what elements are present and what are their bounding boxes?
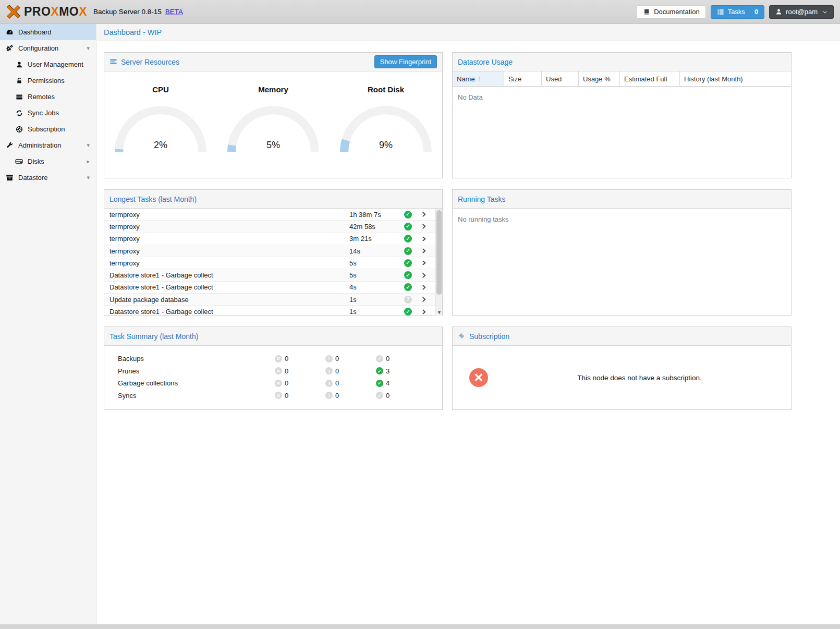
- error-count: 0: [285, 367, 288, 375]
- user-icon: [15, 61, 23, 68]
- summary-row: Prunes ✕0 !0 ✓3: [104, 365, 442, 378]
- tasks-badge: 0: [754, 8, 758, 16]
- task-row[interactable]: Datastore store1 - Garbage collect 5s ✓: [104, 269, 435, 281]
- sidebar-item-user-management[interactable]: User Management: [0, 56, 96, 72]
- warning-count: 0: [335, 379, 339, 387]
- column-header-name[interactable]: Name↑: [453, 71, 504, 87]
- sidebar-item-label: Dashboard: [18, 28, 52, 36]
- server-resources-icon: [109, 58, 117, 66]
- sidebar-item-label: Sync Jobs: [28, 109, 59, 117]
- task-row[interactable]: Datastore store1 - Garbage collect 1s ✓: [104, 306, 435, 316]
- gauge-arc: 5%: [224, 102, 323, 153]
- tasks-button[interactable]: Tasks 0: [711, 5, 764, 19]
- task-row[interactable]: Datastore store1 - Garbage collect 4s ✓: [104, 282, 435, 294]
- task-status-icon: ✓: [404, 308, 421, 316]
- datastore-usage-header: Datastore Usage: [453, 53, 791, 71]
- error-count: 0: [285, 379, 288, 387]
- sidebar-item-sync-jobs[interactable]: Sync Jobs: [0, 105, 96, 121]
- task-row[interactable]: Update package database 1s ?: [104, 294, 435, 306]
- chevron-right-icon[interactable]: [421, 248, 435, 254]
- user-menu-button[interactable]: root@pam: [769, 5, 834, 19]
- expander-icon: ▸: [87, 158, 90, 165]
- sidebar-item-label: Datastore: [18, 174, 47, 182]
- dashboard-content: Server Resources Show Fingerprint CPU 2%…: [97, 41, 840, 410]
- product-version: Backup Server 0.8-15: [93, 8, 162, 16]
- running-tasks-title: Running Tasks: [458, 195, 506, 203]
- task-duration: 42m 58s: [349, 223, 404, 231]
- column-header-used[interactable]: Used: [542, 71, 579, 87]
- sidebar-item-disks[interactable]: Disks ▸: [0, 153, 96, 170]
- ok-count: 0: [386, 355, 389, 362]
- chevron-right-icon[interactable]: [421, 211, 435, 217]
- chevron-right-icon[interactable]: [421, 284, 435, 291]
- column-header-estimated-full[interactable]: Estimated Full: [620, 71, 680, 87]
- user-label: root@pam: [786, 8, 818, 16]
- column-header-history-last-month-[interactable]: History (last Month): [680, 71, 791, 87]
- task-duration: 5s: [349, 271, 404, 279]
- task-status-icon: ✓: [404, 247, 421, 255]
- task-name: termproxy: [109, 247, 349, 255]
- task-row[interactable]: termproxy 42m 58s ✓: [104, 221, 435, 233]
- ok-count: 4: [386, 379, 389, 387]
- datastore-usage-title: Datastore Usage: [458, 58, 513, 66]
- datastore-usage-table-header: Name↑SizeUsedUsage %Estimated FullHistor…: [453, 71, 791, 87]
- chevron-right-icon[interactable]: [421, 260, 435, 266]
- task-status-icon: ?: [404, 296, 421, 304]
- server-resources-title: Server Resources: [121, 58, 179, 66]
- task-row[interactable]: termproxy 5s ✓: [104, 257, 435, 269]
- proxmox-x-icon: [6, 5, 20, 19]
- expander-icon: ▾: [87, 174, 90, 181]
- sidebar-item-subscription[interactable]: Subscription: [0, 121, 96, 137]
- hdd-icon: [15, 158, 23, 165]
- sidebar-item-remotes[interactable]: Remotes: [0, 89, 96, 105]
- chevron-right-icon[interactable]: [421, 236, 435, 242]
- sidebar-item-label: Subscription: [28, 125, 65, 133]
- column-header-usage-%[interactable]: Usage %: [579, 71, 620, 87]
- subscription-panel: Subscription ✕ This node does not have a…: [452, 326, 792, 410]
- sidebar-item-permissions[interactable]: Permissions: [0, 72, 96, 89]
- check-circle-icon: ✓: [404, 283, 412, 291]
- chevron-right-icon[interactable]: [421, 309, 435, 315]
- chevron-right-icon[interactable]: [421, 223, 435, 229]
- show-fingerprint-button[interactable]: Show Fingerprint: [374, 55, 437, 68]
- ok-circle-icon: ✓: [376, 380, 383, 387]
- warning-count: 0: [335, 367, 339, 375]
- longest-tasks-panel: Longest Tasks (last Month) termproxy 1h …: [104, 189, 443, 316]
- expander-icon: ▾: [87, 142, 90, 149]
- column-header-size[interactable]: Size: [504, 71, 542, 87]
- page-header: Dashboard - WIP: [97, 24, 840, 41]
- gauge-value: 5%: [224, 140, 323, 151]
- beta-link[interactable]: BETA: [165, 8, 183, 16]
- sidebar-item-datastore[interactable]: Datastore ▾: [0, 170, 96, 186]
- gauge-label: CPU: [104, 85, 217, 94]
- sidebar-item-configuration[interactable]: Configuration ▾: [0, 40, 96, 56]
- user-icon: [775, 8, 782, 15]
- summary-label: Backups: [104, 355, 275, 362]
- scrollbar-thumb[interactable]: [436, 210, 442, 295]
- sidebar-item-dashboard[interactable]: Dashboard: [0, 24, 96, 40]
- task-row[interactable]: termproxy 3m 21s ✓: [104, 233, 435, 245]
- task-row[interactable]: termproxy 14s ✓: [104, 245, 435, 257]
- scrollbar-down-arrow[interactable]: ▼: [436, 310, 442, 315]
- check-circle-icon: ✓: [404, 235, 412, 243]
- server-resources-panel: Server Resources Show Fingerprint CPU 2%…: [104, 52, 443, 178]
- longest-tasks-list: termproxy 1h 38m 7s ✓ termproxy 42m 58s …: [104, 209, 435, 316]
- documentation-button[interactable]: Documentation: [637, 5, 705, 19]
- sidebar-item-administration[interactable]: Administration ▾: [0, 137, 96, 153]
- task-status-icon: ✓: [404, 259, 421, 267]
- chevron-down-icon: [822, 9, 827, 15]
- tasks-label: Tasks: [728, 8, 745, 16]
- summary-row: Garbage collections ✕0 !0 ✓4: [104, 377, 442, 390]
- task-summary-panel: Task Summary (last Month) Backups ✕0 !0 …: [104, 326, 443, 410]
- chevron-right-icon[interactable]: [421, 296, 435, 303]
- gauge-label: Memory: [217, 85, 330, 94]
- running-tasks-header: Running Tasks: [453, 190, 791, 209]
- gears-icon: [5, 44, 14, 52]
- topbar-actions: Documentation Tasks 0 root@pam: [637, 5, 834, 19]
- scrollbar[interactable]: ▼: [435, 209, 442, 316]
- task-name: Datastore store1 - Garbage collect: [109, 271, 349, 279]
- sidebar-item-label: Configuration: [18, 44, 58, 52]
- chevron-right-icon[interactable]: [421, 272, 435, 279]
- task-row[interactable]: termproxy 1h 38m 7s ✓: [104, 209, 435, 221]
- subscription-title: Subscription: [469, 332, 509, 341]
